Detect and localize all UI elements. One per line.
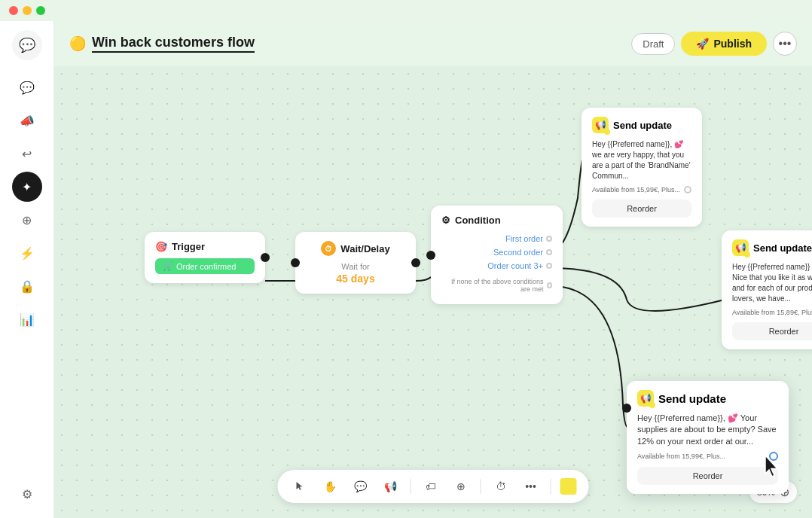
condition-dot-none	[547, 282, 552, 288]
settings-icon: ⚙	[22, 487, 32, 501]
trigger-label: Trigger	[172, 241, 205, 252]
publish-button[interactable]: 🚀 Publish	[681, 32, 767, 56]
status-dot-1	[604, 129, 610, 135]
toolbar-sep-1	[411, 479, 411, 494]
tool-embed[interactable]: ⊕	[450, 476, 472, 497]
condition-input-dot	[426, 251, 435, 260]
reorder-button-1[interactable]: Reorder	[592, 200, 691, 218]
trigger-output-dot	[261, 253, 270, 262]
reorder-button-2[interactable]: Reorder	[732, 322, 812, 340]
condition-output-2-label: Second order	[493, 248, 543, 257]
contacts-icon: ✦	[22, 180, 32, 194]
messages-icon: 💬	[20, 81, 35, 95]
condition-output-3: Order count 3+	[441, 259, 552, 273]
send-update-node-3[interactable]: 📢 Send update Hey {{Preferred name}}, 💕 …	[627, 381, 789, 494]
sidebar-item-security[interactable]: 🔒	[12, 271, 42, 301]
flows-icon: ↩	[22, 147, 32, 161]
tool-more[interactable]: •••	[520, 476, 542, 497]
content: 🟡 Win back customers flow Draft 🚀 Publis…	[54, 21, 812, 518]
sidebar-item-analytics[interactable]: 📊	[12, 304, 42, 334]
header: 🟡 Win back customers flow Draft 🚀 Publis…	[54, 21, 812, 66]
draft-button[interactable]: Draft	[631, 33, 675, 55]
megaphone-icon-2: 📢	[735, 242, 746, 253]
condition-node[interactable]: ⚙ Condition First order Second order Ord…	[431, 206, 563, 304]
send-update-3-input-dot	[622, 404, 631, 413]
header-actions: Draft 🚀 Publish •••	[631, 32, 797, 56]
wait-node[interactable]: ⏱ Wait/Delay Wait for 45 days	[295, 232, 416, 294]
send-update-2-header: 📢 Send update	[732, 239, 812, 256]
window-chrome	[0, 0, 812, 21]
sidebar-item-announcements[interactable]: 📣	[12, 105, 42, 136]
logo-icon: 💬	[19, 37, 35, 53]
send-update-1-footer-text: Available from 15,99€, Plus...	[592, 186, 680, 193]
trigger-node[interactable]: 🎯 Trigger 🛒 Order confirmed	[145, 232, 265, 283]
analytics-icon: 📊	[20, 312, 35, 327]
inbox-icon: ⊕	[22, 213, 32, 227]
sidebar-item-contacts[interactable]: ✦	[12, 172, 42, 202]
condition-none-label: If none of the above conditions are met	[441, 278, 544, 293]
sidebar-item-reports[interactable]: ⚡	[12, 238, 42, 268]
wait-icon: ⏱	[321, 241, 336, 256]
condition-dot-3	[546, 263, 552, 269]
announcements-icon: 📣	[20, 114, 35, 128]
more-button[interactable]: •••	[773, 32, 797, 56]
output-dot-1	[684, 186, 691, 193]
send-update-node-1[interactable]: 📢 Send update Hey {{Preferred name}}, 💕 …	[582, 108, 702, 227]
canvas[interactable]: 🎯 Trigger 🛒 Order confirmed ⏱ Wait/Delay…	[54, 66, 812, 518]
condition-output-3-label: Order count 3+	[487, 261, 543, 270]
condition-dot-2	[546, 249, 552, 255]
wait-for-label: Wait for	[306, 262, 405, 271]
sidebar-item-flows[interactable]: ↩	[12, 139, 42, 169]
security-icon: 🔒	[20, 279, 35, 294]
tool-announce[interactable]: 📢	[380, 476, 401, 497]
header-title-area: 🟡 Win back customers flow	[69, 35, 622, 53]
more-icon: •••	[779, 37, 792, 50]
send-update-node-2[interactable]: 📢 Send update Hey {{Preferred name}} 😊 N…	[722, 230, 812, 349]
send-update-3-footer: Available from 15,99€, Plus...	[637, 452, 778, 461]
reorder-button-3[interactable]: Reorder	[637, 467, 778, 485]
send-update-2-message: Hey {{Preferred name}} 😊 Nice that you l…	[732, 262, 812, 304]
output-dot-3	[769, 452, 778, 461]
page-title: Win back customers flow	[92, 35, 255, 53]
wait-label-text: Wait/Delay	[340, 243, 389, 254]
tool-tag[interactable]: 🏷	[420, 476, 441, 497]
wait-node-header: ⏱ Wait/Delay	[306, 241, 405, 256]
tool-select[interactable]	[290, 476, 311, 497]
reports-icon: ⚡	[20, 246, 35, 261]
send-update-3-label: Send update	[658, 392, 726, 405]
send-update-3-message: Hey {{Preferred name}}, 💕 Your supplies …	[637, 413, 778, 447]
send-update-3-icon: 📢	[637, 390, 654, 407]
tool-color[interactable]	[560, 478, 577, 495]
send-update-1-message: Hey {{Preferred name}}, 💕 we are very ha…	[592, 139, 691, 181]
tool-timer[interactable]: ⏱	[490, 476, 511, 497]
condition-label: Condition	[455, 215, 501, 226]
trigger-icon: 🎯	[155, 241, 167, 252]
sidebar-item-messages[interactable]: 💬	[12, 72, 42, 102]
sidebar: 💬 💬 📣 ↩ ✦ ⊕ ⚡ 🔒 📊 ⚙	[0, 21, 54, 518]
sidebar-item-inbox[interactable]: ⊕	[12, 205, 42, 235]
toolbar: ✋ 💬 📢 🏷 ⊕ ⏱ •••	[278, 470, 589, 503]
toolbar-sep-3	[551, 479, 551, 494]
minimize-button[interactable]	[23, 6, 32, 15]
send-update-3-footer-text: Available from 15,99€, Plus...	[637, 452, 725, 460]
megaphone-icon-3: 📢	[640, 393, 652, 404]
sidebar-logo[interactable]: 💬	[12, 30, 42, 60]
tool-hand[interactable]: ✋	[320, 476, 341, 497]
send-update-1-label: Send update	[613, 120, 672, 131]
tool-comment[interactable]: 💬	[350, 476, 371, 497]
main-layout: 💬 💬 📣 ↩ ✦ ⊕ ⚡ 🔒 📊 ⚙	[0, 21, 812, 518]
sidebar-bottom: ⚙	[12, 479, 42, 509]
sidebar-item-settings[interactable]: ⚙	[12, 479, 42, 509]
publish-icon: 🚀	[696, 38, 709, 50]
send-update-2-label: Send update	[753, 242, 812, 254]
condition-output-2: Second order	[441, 245, 552, 259]
send-update-1-footer: Available from 15,99€, Plus...	[592, 186, 691, 193]
close-button[interactable]	[9, 6, 18, 15]
maximize-button[interactable]	[36, 6, 45, 15]
send-update-3-header: 📢 Send update	[637, 390, 778, 407]
status-dot-3	[649, 402, 655, 408]
trigger-node-header: 🎯 Trigger	[155, 241, 255, 252]
send-update-1-header: 📢 Send update	[592, 117, 691, 133]
send-update-2-footer-text: Available from 15,89€, Plus...	[732, 309, 812, 316]
trigger-tag: 🛒 Order confirmed	[155, 258, 255, 274]
